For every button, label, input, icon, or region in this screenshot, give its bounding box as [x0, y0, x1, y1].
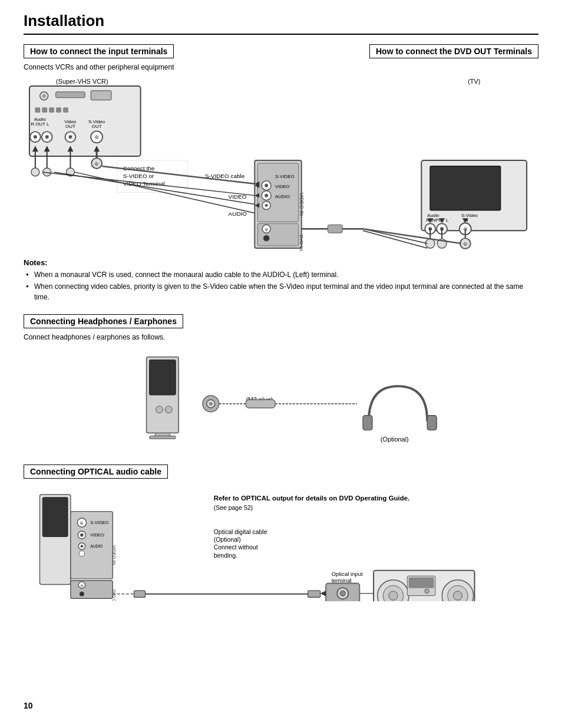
- svg-point-19: [45, 135, 49, 139]
- page-title: Installation: [24, 12, 538, 35]
- page-number: 10: [24, 701, 33, 710]
- svg-rect-70: [328, 225, 342, 233]
- section1-headers: How to connect the input terminals How t…: [24, 44, 538, 61]
- svg-rect-73: [430, 166, 500, 210]
- svg-point-127: [79, 551, 85, 556]
- svg-text:S-VIDEO: S-VIDEO: [90, 520, 108, 525]
- section3-header-row: Connecting OPTICAL audio cable: [24, 465, 538, 481]
- section2: Connecting Headphones / Earphones Connec…: [24, 314, 538, 453]
- svg-rect-128: [71, 581, 113, 598]
- svg-text:(Optional): (Optional): [381, 436, 409, 443]
- svg-text:⊕: ⊕: [463, 241, 468, 247]
- svg-text:bending.: bending.: [214, 552, 237, 559]
- optical-diagram: VIDEO IN ⊕ S-VIDEO VIDEO AUDIO DVD OUT ⊕: [24, 483, 538, 603]
- svg-point-100: [156, 406, 163, 413]
- svg-point-106: [209, 402, 213, 406]
- svg-rect-141: [134, 591, 145, 597]
- headphones-diagram: (M3 plug) (Optional): [24, 345, 538, 453]
- svg-rect-6: [42, 108, 47, 113]
- svg-text:S-VIDEO cable: S-VIDEO cable: [205, 173, 245, 179]
- svg-rect-4: [91, 91, 111, 100]
- svg-text:(TV): (TV): [468, 78, 480, 85]
- section2-header: Connecting Headphones / Earphones: [24, 314, 183, 328]
- svg-text:VIDEO: VIDEO: [229, 193, 247, 200]
- note-item-1: When a monaural VCR is used, connect the…: [26, 269, 538, 280]
- svg-text:VIDEO: VIDEO: [90, 532, 104, 538]
- svg-text:⊕: ⊕: [94, 161, 99, 167]
- section1-header-left: How to connect the input terminals: [24, 44, 174, 58]
- svg-point-145: [340, 591, 346, 597]
- section1-header-right: How to connect the DVD OUT Terminals: [369, 44, 538, 58]
- connection-diagram: (Super-VHS VCR) Audio R OUT L Video OUT …: [24, 75, 538, 253]
- svg-text:OUT: OUT: [65, 124, 75, 129]
- notes-title: Notes:: [24, 258, 538, 267]
- svg-rect-110: [246, 400, 275, 408]
- svg-text:⊕: ⊕: [80, 521, 84, 526]
- svg-point-122: [80, 533, 84, 537]
- svg-text:⊕: ⊕: [80, 584, 84, 588]
- svg-point-159: [453, 591, 462, 600]
- notes-list: When a monaural VCR is used, connect the…: [24, 269, 538, 302]
- svg-point-64: [263, 235, 269, 241]
- vcr-label: (Super-VHS VCR): [56, 78, 108, 85]
- svg-rect-155: [409, 578, 434, 588]
- svg-rect-115: [42, 498, 68, 537]
- svg-point-55: [265, 194, 268, 197]
- svg-point-2: [42, 94, 46, 98]
- svg-text:S-VIDEO: S-VIDEO: [275, 174, 295, 179]
- svg-rect-7: [49, 108, 54, 113]
- svg-text:(Optional): (Optional): [214, 536, 241, 543]
- svg-rect-111: [363, 416, 372, 430]
- svg-text:terminal: terminal: [332, 577, 352, 584]
- svg-text:R OUT L: R OUT L: [31, 121, 49, 127]
- svg-rect-99: [150, 360, 176, 395]
- svg-text:VIDEO IN: VIDEO IN: [111, 545, 117, 565]
- notes-section: Notes: When a monaural VCR is used, conn…: [24, 258, 538, 302]
- svg-marker-146: [320, 591, 326, 597]
- svg-point-125: [81, 545, 84, 548]
- svg-text:DVD OUT: DVD OUT: [112, 589, 116, 601]
- headphones-svg: (M3 plug) (Optional): [24, 345, 538, 451]
- svg-text:DVD OUT: DVD OUT: [299, 235, 304, 252]
- note-item-2: When connecting video cables, priority i…: [26, 281, 538, 302]
- section2-subtitle: Connect headphones / earphones as follow…: [24, 333, 538, 341]
- svg-rect-103: [150, 436, 176, 439]
- svg-text:(See page 52): (See page 52): [214, 505, 253, 511]
- svg-rect-112: [427, 416, 437, 430]
- svg-point-21: [68, 135, 72, 139]
- svg-point-58: [265, 204, 268, 207]
- svg-point-17: [34, 135, 37, 139]
- svg-text:⊕: ⊕: [265, 227, 269, 232]
- svg-line-95: [363, 229, 427, 243]
- svg-point-132: [80, 592, 84, 597]
- section2-header-row: Connecting Headphones / Earphones: [24, 314, 538, 331]
- svg-rect-142: [308, 591, 320, 597]
- svg-rect-5: [35, 108, 40, 113]
- section1-subtitle: Connects VCRs and other peripheral equip…: [24, 63, 538, 71]
- svg-text:AUDIO: AUDIO: [90, 544, 103, 548]
- svg-text:Optical input: Optical input: [332, 571, 363, 577]
- svg-text:⊕: ⊕: [94, 134, 99, 140]
- svg-text:Connect without: Connect without: [214, 544, 258, 551]
- svg-text:AUDIO: AUDIO: [275, 194, 290, 199]
- svg-point-153: [389, 591, 398, 600]
- section3: Connecting OPTICAL audio cable VIDEO IN …: [24, 465, 538, 603]
- connection-diagram-svg: (Super-VHS VCR) Audio R OUT L Video OUT …: [24, 75, 538, 252]
- svg-rect-8: [57, 108, 61, 113]
- svg-rect-3: [56, 92, 85, 98]
- svg-point-101: [165, 406, 172, 413]
- svg-text:Refer to OPTICAL output for de: Refer to OPTICAL output for details on D…: [214, 495, 409, 502]
- svg-text:Optical digital cable: Optical digital cable: [214, 529, 267, 535]
- svg-text:VIDEO: VIDEO: [275, 184, 290, 189]
- svg-rect-9: [64, 108, 68, 113]
- svg-point-32: [31, 168, 39, 176]
- svg-point-52: [265, 184, 268, 187]
- svg-text:OUT: OUT: [92, 124, 102, 129]
- section3-header: Connecting OPTICAL audio cable: [24, 465, 168, 479]
- optical-svg: VIDEO IN ⊕ S-VIDEO VIDEO AUDIO DVD OUT ⊕: [24, 483, 538, 601]
- svg-text:S-VIDEO or: S-VIDEO or: [123, 173, 154, 179]
- svg-text:AUDIO: AUDIO: [229, 210, 247, 217]
- svg-text:VIDEO IN: VIDEO IN: [299, 193, 305, 216]
- svg-point-156: [425, 589, 429, 594]
